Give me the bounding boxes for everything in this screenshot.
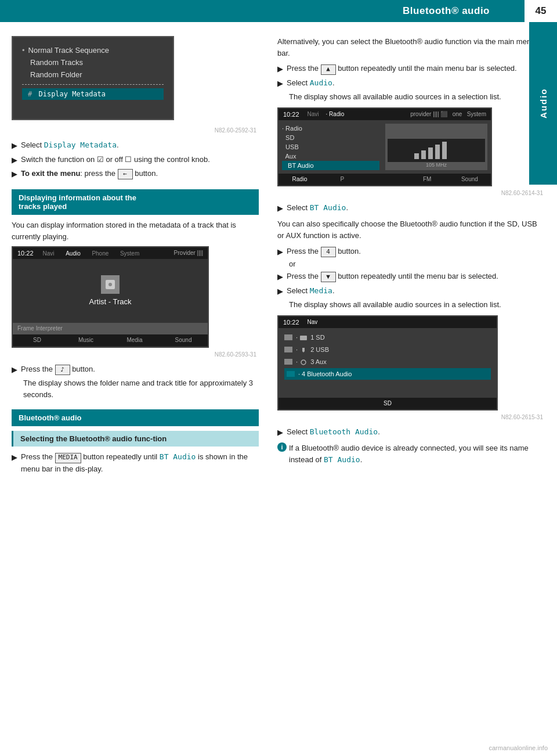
bottomtab-fm: FM xyxy=(406,176,449,182)
arrow-icon-r2: ▶ xyxy=(277,78,283,89)
media-list-screenshot: 10:22 Nav · 1 SD · 2 USB · 3 Aux xyxy=(277,315,498,411)
usb-icon xyxy=(284,347,292,352)
footer-logo: carmanualonline.info xyxy=(489,744,548,751)
instruction-press-media: ▶ Press the MEDIA button repeatedly unti… xyxy=(12,451,259,474)
svg-rect-6 xyxy=(442,142,447,159)
instruction-select-media: ▶ Select Media. xyxy=(277,285,545,297)
arrow-icon-2: ▶ xyxy=(12,154,17,166)
bt-icon xyxy=(287,371,295,377)
bottom-tab-sound: Sound xyxy=(159,337,208,343)
media-item-bt: · 4 Bluetooth Audio xyxy=(284,368,491,380)
instruction-select-btaudio: ▶ Select BT Audio. xyxy=(277,202,545,214)
media-item-sd: · 1 SD xyxy=(284,332,491,344)
tab-system: System xyxy=(115,250,144,257)
note-line: i If a Bluetooth® audio device is alread… xyxy=(277,442,545,465)
tab-radio-r: · Radio xyxy=(323,111,348,117)
audio-label: Audio xyxy=(310,78,332,87)
exit-menu-label: To exit the menu xyxy=(21,169,80,178)
bt-audio-label-1: BT Audio xyxy=(160,452,196,461)
track-screen-time: 10:22 xyxy=(13,250,38,257)
svg-point-1 xyxy=(108,283,112,286)
radio-item-sd: SD xyxy=(282,133,379,142)
svg-point-8 xyxy=(301,360,306,365)
frequency-label: 105 MHz xyxy=(388,162,485,168)
arrow-icon-r7: ▶ xyxy=(277,427,283,438)
music-button: ♪ xyxy=(55,365,70,375)
media-description: The display shows all available audio so… xyxy=(289,299,545,311)
track-screen-topbar: 10:22 Navi Audio Phone System Provider |… xyxy=(13,247,208,259)
tab-navi: Navi xyxy=(38,250,59,257)
bottomtab-p: P xyxy=(321,176,363,182)
track-screenshot: 10:22 Navi Audio Phone System Provider |… xyxy=(12,246,209,348)
hash-icon: # xyxy=(28,90,32,98)
track-icon xyxy=(101,275,120,294)
instruction-press-4: ▶ Press the 4 button. xyxy=(277,246,545,258)
radio-menu-list: · Radio SD USB Aux BT Audio xyxy=(282,124,379,170)
provider-label: Provider |||| xyxy=(174,250,208,256)
radio-item-aux: Aux xyxy=(282,152,379,161)
tab-phone: Phone xyxy=(87,250,113,257)
arrow-icon-r3: ▶ xyxy=(277,203,283,214)
bottom-tab-music: Music xyxy=(62,337,110,343)
media-item-aux: · 3 Aux xyxy=(284,356,491,368)
audio-description: The display shows all available audio so… xyxy=(289,91,545,103)
instruction-select-bt-audio: ▶ Select Bluetooth Audio. xyxy=(277,426,545,438)
svg-rect-2 xyxy=(414,153,419,159)
menu-screenshot: • Normal Track Sequence Random Tracks Ra… xyxy=(12,36,174,120)
bottom-tab-sd: SD xyxy=(13,337,62,343)
display-metadata-label: Display Metadata xyxy=(44,141,117,149)
page-number: 45 xyxy=(525,0,557,22)
arrow-icon-r6: ▶ xyxy=(277,286,283,297)
media-screen-body: · 1 SD · 2 USB · 3 Aux · 4 Bluetooth Aud… xyxy=(278,328,497,398)
arrow-icon-r5: ▶ xyxy=(277,271,283,283)
radio-item-usb: USB xyxy=(282,142,379,152)
menu-items-list: • Normal Track Sequence Random Tracks Ra… xyxy=(13,37,173,107)
media-screen-bottombar: SD xyxy=(278,398,497,409)
bottomtab-radio: Radio xyxy=(278,176,321,182)
intro-text: You can display information stored in th… xyxy=(12,219,259,243)
radio-menu-screenshot: 10:22 Navi · Radio provider |||| ⬛ one S… xyxy=(277,107,492,186)
instruction-switch-function: ▶ Switch the function on ☑ or off ☐ usin… xyxy=(12,154,259,166)
radio-screen-time: 10:22 xyxy=(278,111,304,118)
radio-screen-bottombar: Radio P FM Sound xyxy=(278,174,491,185)
instruction-press-down: ▶ Press the ▼ button repeatedly until th… xyxy=(277,271,545,283)
instruction-press-up: ▶ Press the ▲ button repeatedly until th… xyxy=(277,63,545,75)
svg-rect-4 xyxy=(428,147,433,159)
screenshot-caption-2: N82.60-2593-31 xyxy=(12,350,259,359)
instruction-exit-menu: ▶ To exit the menu: press the ← button. xyxy=(12,168,259,180)
menu-item-display-metadata: # Display Metadata xyxy=(22,88,164,100)
radio-signal-area: 105 MHz xyxy=(385,124,487,170)
track-name-label: Artist - Track xyxy=(89,297,132,306)
arrow-icon-5: ▶ xyxy=(12,452,17,463)
screenshot-caption-4: N82.60-2615-31 xyxy=(277,413,545,422)
radio-screen-topbar: 10:22 Navi · Radio provider |||| ⬛ one S… xyxy=(278,109,491,120)
screenshot-caption-1: N82.60-2592-31 xyxy=(12,126,259,135)
media-button: MEDIA xyxy=(55,453,81,463)
menu-item-random-folder: Random Folder xyxy=(22,69,164,81)
side-tab: Audio xyxy=(529,22,557,185)
signal-bars xyxy=(388,139,485,162)
aux-icon xyxy=(284,359,292,365)
instruction-select-display-metadata: ▶ Select Display Metadata. xyxy=(12,139,259,152)
radio-screen-body: · Radio SD USB Aux BT Audio xyxy=(278,120,491,174)
bt-audio-note-label: BT Audio xyxy=(324,455,360,464)
bottomtab-sd-m: SD xyxy=(278,400,497,406)
up-button: ▲ xyxy=(321,64,336,75)
signal-label: provider |||| ⬛ one System xyxy=(410,111,491,117)
track-center-area: Artist - Track xyxy=(13,259,208,323)
svg-rect-5 xyxy=(435,145,440,159)
track-subtitle: Frame Interpreter xyxy=(17,325,63,332)
screenshot-caption-3: N82.60-2614-31 xyxy=(277,189,545,197)
four-button: 4 xyxy=(321,247,336,257)
bluetooth-audio-label: Bluetooth Audio xyxy=(310,427,378,436)
tab-nav-m: Nav xyxy=(304,319,321,325)
bt-subsection-header: Selecting the Bluetooth® audio func-tion xyxy=(12,431,259,447)
radio-item-btaudio: BT Audio xyxy=(282,161,379,170)
media-screen-topbar: 10:22 Nav xyxy=(278,316,497,328)
track-screen-tabs: Navi Audio Phone System xyxy=(38,249,144,257)
bt-audio-label-2: BT Audio xyxy=(310,203,346,212)
radio-item-radio: · Radio xyxy=(282,124,379,133)
page-title: Bluetooth® audio xyxy=(403,5,525,17)
tab-audio: Audio xyxy=(61,250,85,257)
info-icon: i xyxy=(277,442,287,452)
